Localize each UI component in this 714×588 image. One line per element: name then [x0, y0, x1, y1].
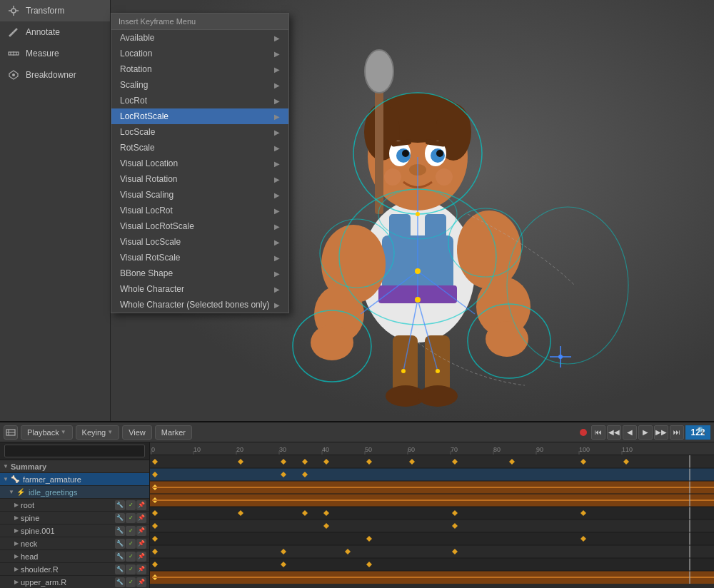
measure-tool[interactable]: Measure: [0, 43, 110, 64]
pin-icon[interactable]: 📌: [136, 526, 146, 536]
svg-point-61: [415, 297, 421, 303]
arrow-icon: ▶: [274, 270, 280, 278]
visibility-icon[interactable]: ✓: [126, 577, 136, 587]
menu-item-rotation[interactable]: Rotation ▶: [111, 61, 288, 77]
menu-item-visual-scaling[interactable]: Visual Scaling ▶: [111, 187, 288, 203]
expand-icon: ▼: [9, 489, 14, 495]
keyframe-area[interactable]: [150, 455, 714, 584]
track-upper-arm-r[interactable]: ▶ upper_arm.R 🔧 ✓ 📌: [0, 576, 149, 588]
track-neck[interactable]: ▶ neck 🔧 ✓ 📌: [0, 537, 149, 550]
track-controls: 🔧 ✓ 📌: [115, 564, 146, 574]
menu-item-location[interactable]: Location ▶: [111, 46, 288, 61]
visibility-icon[interactable]: ✓: [126, 500, 136, 510]
bone-icon: 🔧: [115, 526, 125, 536]
svg-point-63: [401, 369, 406, 373]
track-controls: 🔧 ✓ 📌: [115, 513, 146, 523]
jump-start-button[interactable]: ⏮: [591, 425, 605, 440]
menu-item-visual-rotscale[interactable]: Visual RotScale ▶: [111, 250, 288, 265]
view-menu[interactable]: View: [122, 425, 152, 440]
track-root[interactable]: ▶ root 🔧 ✓ 📌: [0, 499, 149, 512]
visibility-icon[interactable]: ✓: [126, 539, 136, 549]
pin-icon[interactable]: 📌: [136, 552, 146, 562]
menu-item-visual-locrotscale[interactable]: Visual LocRotScale ▶: [111, 218, 288, 234]
svg-text:10: 10: [193, 446, 201, 453]
visibility-icon[interactable]: ✓: [126, 564, 136, 574]
arrow-icon: ▶: [274, 223, 280, 230]
jump-end-button[interactable]: ⏭: [670, 425, 684, 440]
breakdowner-icon: [7, 69, 20, 81]
svg-point-64: [436, 369, 440, 373]
svg-point-0: [11, 9, 16, 13]
menu-item-whole-character[interactable]: Whole Character ▶: [111, 281, 288, 297]
track-controls: 🔧 ✓ 📌: [115, 500, 146, 510]
menu-item-available[interactable]: Available ▶: [111, 30, 288, 46]
menu-item-locrot[interactable]: LocRot ▶: [111, 93, 288, 108]
transform-label: Transform: [26, 6, 64, 16]
menu-item-scaling[interactable]: Scaling ▶: [111, 77, 288, 93]
svg-point-11: [12, 74, 15, 76]
pin-icon[interactable]: 📌: [136, 577, 146, 587]
arrow-icon: ▶: [274, 160, 280, 168]
menu-item-rotscale[interactable]: RotScale ▶: [111, 140, 288, 156]
breakdowner-tool[interactable]: Breakdowner: [0, 64, 110, 86]
svg-text:40: 40: [322, 446, 329, 453]
bone-icon: 🔧: [115, 513, 125, 523]
timeline-content: 🔍 ▼ Summary ▼ 🦴 farmer_armature ▼ ⚡ idle…: [0, 442, 714, 588]
bone-icon: 🔧: [115, 577, 125, 587]
menu-item-whole-character-selected[interactable]: Whole Character (Selected bones only) ▶: [111, 297, 288, 313]
pin-icon[interactable]: 📌: [136, 564, 146, 574]
svg-point-60: [558, 355, 563, 359]
record-button[interactable]: [580, 429, 587, 436]
track-summary[interactable]: ▼ Summary: [0, 460, 149, 473]
prev-keyframe-button[interactable]: ◀◀: [607, 425, 621, 440]
menu-item-locrotscale[interactable]: LocRotScale ▶: [111, 108, 288, 124]
menu-item-visual-locscale[interactable]: Visual LocScale ▶: [111, 234, 288, 250]
pin-icon[interactable]: 📌: [136, 500, 146, 510]
pin-icon[interactable]: 📌: [136, 513, 146, 523]
track-controls: 🔧 ✓ 📌: [115, 539, 146, 549]
svg-text:0: 0: [151, 446, 155, 453]
track-idle-greetings[interactable]: ▼ ⚡ idle_greetings: [0, 486, 149, 499]
armature-icon: 🦴: [11, 475, 19, 483]
menu-item-visual-location[interactable]: Visual Location ▶: [111, 156, 288, 171]
visibility-icon[interactable]: ✓: [126, 526, 136, 536]
pin-icon[interactable]: 📌: [136, 539, 146, 549]
playback-menu[interactable]: Playback ▼: [21, 425, 73, 440]
step-back-button[interactable]: ◀: [623, 425, 637, 440]
menu-title: Insert Keyframe Menu: [111, 14, 288, 30]
visibility-icon[interactable]: ✓: [126, 552, 136, 562]
track-farmer-armature[interactable]: ▼ 🦴 farmer_armature: [0, 473, 149, 486]
svg-rect-127: [150, 507, 714, 519]
annotate-tool[interactable]: Annotate: [0, 21, 110, 43]
transform-tool[interactable]: Transform: [0, 0, 110, 21]
track-controls: 🔧 ✓ 📌: [115, 577, 146, 587]
menu-item-visual-rotation[interactable]: Visual Rotation ▶: [111, 171, 288, 187]
track-spine001[interactable]: ▶ spine.001 🔧 ✓ 📌: [0, 524, 149, 537]
svg-text:80: 80: [493, 446, 501, 453]
action-icon: ⚡: [16, 488, 25, 496]
svg-rect-42: [425, 335, 450, 392]
play-button[interactable]: ▶: [638, 425, 653, 440]
track-spine[interactable]: ▶ spine 🔧 ✓ 📌: [0, 512, 149, 524]
svg-rect-155: [150, 558, 714, 571]
marker-menu[interactable]: Marker: [155, 425, 192, 440]
expand-icon: ▶: [14, 579, 19, 585]
track-search-input[interactable]: [4, 445, 145, 457]
track-shoulder-r[interactable]: ▶ shoulder.R 🔧 ✓ 📌: [0, 563, 149, 576]
menu-item-locscale[interactable]: LocScale ▶: [111, 124, 288, 140]
visibility-icon[interactable]: ✓: [126, 513, 136, 523]
keyframe-editor[interactable]: 0 10 20 30 40 50 60 70: [150, 442, 714, 588]
menu-item-visual-locrot[interactable]: Visual LocRot ▶: [111, 203, 288, 218]
track-head[interactable]: ▶ head 🔧 ✓ 📌: [0, 550, 149, 563]
menu-item-bbone-shape[interactable]: BBone Shape ▶: [111, 265, 288, 281]
timeline-toolbar: Playback ▼ Keying ▼ View Marker ⏮ ◀◀ ◀ ▶…: [0, 422, 714, 442]
step-forward-button[interactable]: ▶▶: [654, 425, 668, 440]
svg-text:50: 50: [365, 446, 372, 453]
annotate-icon: [7, 26, 20, 39]
arrow-icon: ▶: [274, 50, 280, 58]
arrow-icon: ▶: [274, 34, 280, 42]
expand-icon: ▶: [14, 502, 19, 508]
svg-text:90: 90: [536, 446, 543, 453]
arrow-icon: ▶: [274, 176, 280, 183]
keying-menu[interactable]: Keying ▼: [76, 425, 120, 440]
